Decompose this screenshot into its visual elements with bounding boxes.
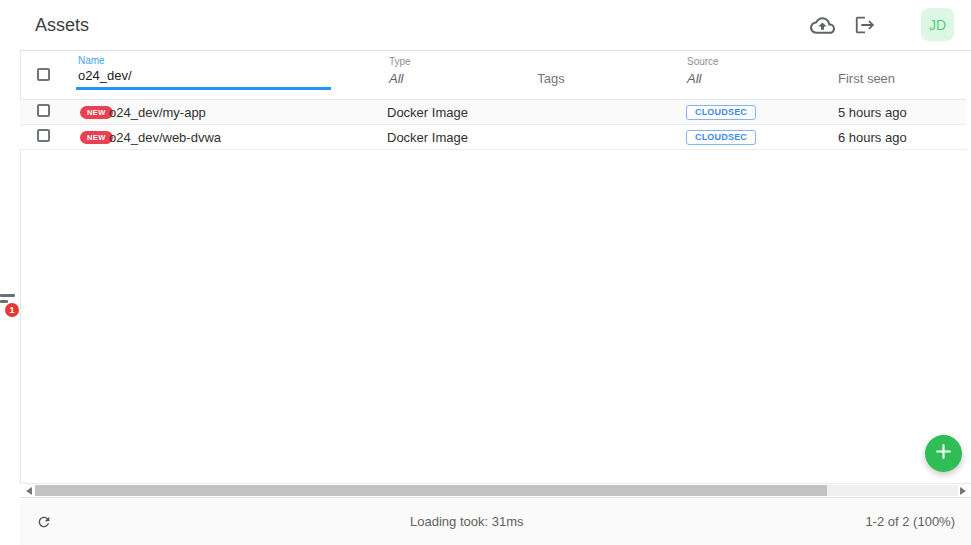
scrollbar-thumb[interactable] [35,485,827,496]
plus-icon [934,442,953,465]
cloud-upload-button[interactable] [810,13,835,38]
new-badge: NEW [80,106,113,119]
cloud-upload-icon [810,24,835,41]
page-title: Assets [35,15,89,36]
name-filter-input[interactable] [76,67,331,90]
row-checkbox[interactable] [37,129,50,142]
filter-panel-toggle[interactable]: 1 [0,292,20,320]
scroll-right-arrow[interactable] [960,487,966,495]
source-tag-badge: CLOUDSEC [686,130,756,145]
select-all-checkbox[interactable] [37,68,50,81]
logout-icon [854,22,876,39]
refresh-icon [36,516,52,533]
type-filter-select[interactable]: All [389,71,403,86]
pagination-status: 1-2 of 2 (100%) [865,498,955,545]
source-filter-select[interactable]: All [687,71,701,86]
table-row[interactable]: NEW o24_dev/web-dvwa Docker Image CLOUDS… [20,125,966,150]
tags-column-header[interactable]: Tags [521,71,581,86]
new-badge: NEW [80,131,113,144]
asset-name: o24_dev/web-dvwa [109,125,221,150]
horizontal-scrollbar[interactable] [20,483,971,498]
table-footer: Loading took: 31ms 1-2 of 2 (100%) [20,498,971,545]
filter-count-badge: 1 [5,303,19,317]
scroll-left-arrow[interactable] [26,487,32,495]
asset-type: Docker Image [387,125,468,150]
row-checkbox[interactable] [37,104,50,117]
source-tag-badge: CLOUDSEC [686,105,756,120]
loading-time-text: Loading took: 31ms [410,498,523,545]
source-column-label: Source [687,56,719,67]
user-avatar[interactable]: JD [921,8,954,41]
scrollbar-track[interactable] [35,485,958,496]
first-seen-value: 5 hours ago [838,100,907,125]
name-column-label: Name [78,55,105,66]
refresh-button[interactable] [36,514,52,530]
add-asset-button[interactable] [925,435,962,472]
first-seen-value: 6 hours ago [838,125,907,150]
header-divider [20,50,971,51]
asset-name: o24_dev/my-app [109,100,206,125]
assets-page: Assets JD 1 Name Type All Tags Source Al… [0,0,971,545]
first-seen-column-header[interactable]: First seen [838,71,895,86]
type-column-label: Type [389,56,411,67]
asset-type: Docker Image [387,100,468,125]
logout-button[interactable] [854,14,876,36]
table-row[interactable]: NEW o24_dev/my-app Docker Image CLOUDSEC… [20,100,966,125]
